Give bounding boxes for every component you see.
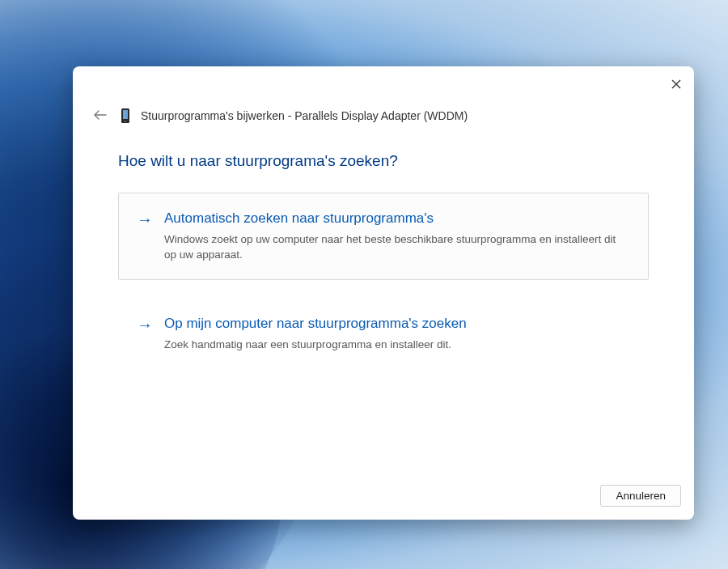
arrow-right-icon: →: [137, 210, 153, 229]
svg-point-2: [125, 121, 126, 122]
option-text: Automatisch zoeken naar stuurprogramma's…: [164, 210, 630, 263]
arrow-right-icon: →: [137, 315, 153, 334]
option-title: Op mijn computer naar stuurprogramma's z…: [164, 315, 630, 333]
back-arrow-icon: [94, 110, 107, 120]
option-auto-search[interactable]: → Automatisch zoeken naar stuurprogramma…: [118, 193, 649, 280]
update-driver-dialog: Stuurprogramma's bijwerken - Parallels D…: [73, 66, 694, 520]
option-description: Zoek handmatig naar een stuurprogramma e…: [164, 338, 630, 353]
option-text: Op mijn computer naar stuurprogramma's z…: [164, 315, 630, 353]
dialog-footer: Annuleren: [73, 475, 694, 520]
cancel-button[interactable]: Annuleren: [600, 485, 681, 507]
dialog-header: Stuurprogramma's bijwerken - Parallels D…: [73, 100, 694, 128]
close-button[interactable]: [667, 74, 686, 94]
dialog-content: Hoe wilt u naar stuurprograma's zoeken? …: [73, 128, 694, 475]
svg-rect-1: [123, 110, 128, 119]
option-browse-computer[interactable]: → Op mijn computer naar stuurprogramma's…: [118, 298, 649, 370]
dialog-titlebar: [73, 66, 694, 100]
back-button[interactable]: [91, 107, 110, 125]
option-title: Automatisch zoeken naar stuurprogramma's: [164, 210, 630, 227]
device-icon: [120, 108, 131, 124]
question-heading: Hoe wilt u naar stuurprograma's zoeken?: [118, 152, 649, 170]
close-icon: [671, 79, 681, 89]
option-description: Windows zoekt op uw computer naar het be…: [164, 232, 630, 263]
dialog-title: Stuurprogramma's bijwerken - Parallels D…: [141, 109, 468, 122]
